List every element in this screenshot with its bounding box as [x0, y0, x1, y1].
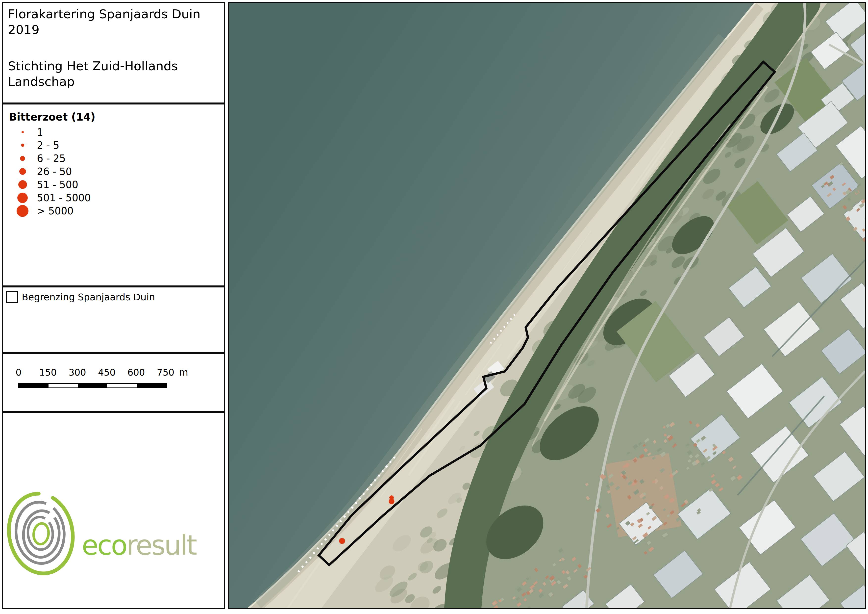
scalebar-bar [18, 383, 167, 388]
title-line-2: 2019 [8, 22, 219, 38]
map-title: Florakartering Spanjaards Duin 2019 [8, 6, 219, 38]
legend-item-label: 501 - 5000 [33, 192, 91, 203]
aerial-map [229, 3, 865, 608]
scalebar-segment [19, 384, 48, 388]
legend-symbol [12, 156, 33, 161]
legend-item: > 5000 [7, 204, 224, 217]
map-subtitle: Stichting Het Zuid-Hollands Landschap [8, 59, 219, 90]
scalebar-tick-label: 600 [127, 367, 145, 378]
legend-item: 26 - 50 [7, 165, 224, 178]
graduated-dot-icon [21, 144, 24, 147]
boundary-legend-box: Begrenzing Spanjaards Duin [2, 287, 225, 353]
map-frame [228, 2, 866, 609]
scalebar-tick-label: 750 [157, 367, 175, 378]
legend-symbol [12, 144, 33, 147]
legend-item-label: 26 - 50 [33, 166, 72, 177]
scalebar-segment [48, 384, 78, 388]
scalebar-tick-label: 0 [16, 367, 22, 378]
graduated-dot-icon [17, 192, 28, 203]
scalebar-box: 0150300450600750 m [2, 353, 225, 412]
legend-item-label: 2 - 5 [33, 140, 59, 151]
scalebar-tick-label: 300 [68, 367, 86, 378]
scalebar-unit: m [179, 367, 188, 378]
legend-item-label: 51 - 500 [33, 179, 78, 191]
legend-heading: Bitterzoet (14) [9, 111, 224, 123]
legend-symbol [12, 192, 33, 203]
title-line-1: Florakartering Spanjaards Duin [8, 6, 219, 22]
legend-item: 2 - 5 [7, 139, 224, 152]
logo-text: ecoresult [82, 529, 197, 561]
legend-item-label: > 5000 [33, 205, 73, 217]
legend-box: Bitterzoet (14) 12 - 56 - 2526 - 5051 - … [2, 104, 225, 287]
subtitle-line-2: Landschap [8, 74, 219, 90]
ecoresult-rings-icon [3, 488, 79, 578]
scalebar-segment [107, 384, 136, 388]
title-box: Florakartering Spanjaards Duin 2019 Stic… [2, 2, 225, 104]
ecoresult-logo: ecoresult [3, 413, 224, 608]
map-sheet: { "title": {"lines": ["Florakartering Sp… [0, 0, 868, 614]
legend-item: 51 - 500 [7, 178, 224, 191]
observation-dot [339, 538, 345, 544]
graduated-dot-icon [19, 168, 26, 175]
legend-rows: 12 - 56 - 2526 - 5051 - 500501 - 5000> 5… [7, 126, 224, 217]
logo-text-result: result [126, 529, 197, 561]
boundary-legend-row: Begrenzing Spanjaards Duin [6, 291, 224, 303]
scalebar-segment [78, 384, 107, 388]
boundary-swatch-icon [6, 291, 18, 303]
scalebar-tick-label: 450 [98, 367, 116, 378]
observation-dot [389, 499, 395, 504]
legend-symbol [12, 180, 33, 189]
scalebar-segment [136, 384, 166, 388]
legend-item: 1 [7, 126, 224, 139]
graduated-dot-icon [22, 131, 24, 133]
graduated-dot-icon [18, 180, 27, 189]
subtitle-line-1: Stichting Het Zuid-Hollands [8, 59, 219, 74]
logo-text-eco: eco [82, 529, 126, 561]
legend-item-label: 6 - 25 [33, 153, 65, 164]
legend-symbol [12, 205, 33, 217]
graduated-dot-icon [17, 205, 28, 217]
boundary-legend-label: Begrenzing Spanjaards Duin [22, 291, 155, 302]
legend-item: 6 - 25 [7, 152, 224, 165]
legend-item-label: 1 [33, 127, 43, 138]
graduated-dot-icon [20, 156, 25, 161]
legend-symbol [12, 168, 33, 175]
scalebar-tick-label: 150 [39, 367, 57, 378]
legend-item: 501 - 5000 [7, 191, 224, 204]
legend-symbol [12, 131, 33, 133]
logo-box: ecoresult [2, 412, 225, 609]
